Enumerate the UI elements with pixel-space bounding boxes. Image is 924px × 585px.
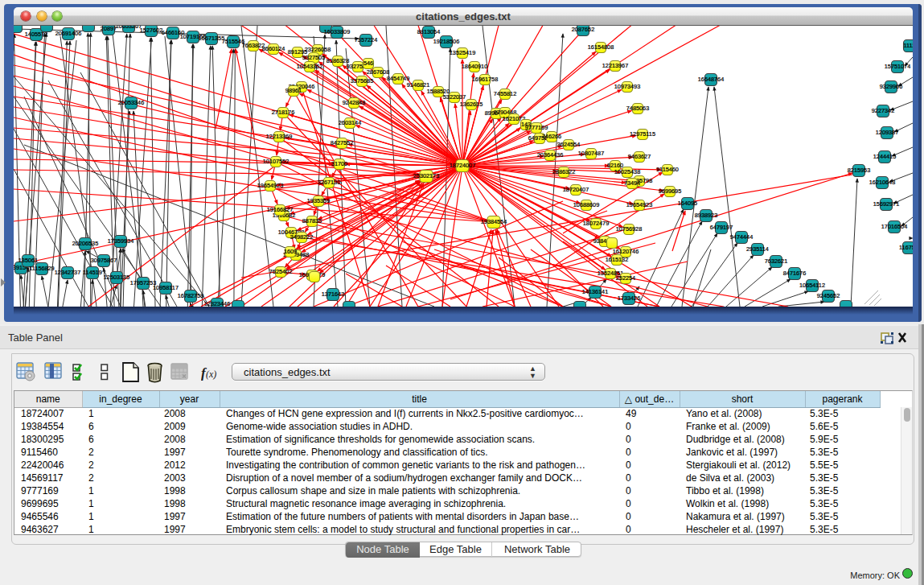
svg-text:3267130: 3267130 <box>318 179 340 186</box>
svg-text:10958117: 10958117 <box>153 284 179 291</box>
svg-text:20691406: 20691406 <box>55 30 81 37</box>
svg-text:3375685: 3375685 <box>351 77 373 84</box>
svg-text:11156829: 11156829 <box>29 265 54 272</box>
svg-text:2087652: 2087652 <box>572 26 594 33</box>
svg-text:20053346: 20053346 <box>118 99 144 106</box>
svg-text:2886322: 2886322 <box>552 168 575 175</box>
svg-text:2603144: 2603144 <box>339 119 361 126</box>
svg-text:23226058: 23226058 <box>305 46 331 53</box>
svg-text:3624554: 3624554 <box>557 141 580 148</box>
svg-text:15692971: 15692971 <box>873 200 899 208</box>
svg-text:10543362: 10543362 <box>297 63 322 70</box>
svg-text:10107552: 10107552 <box>263 158 289 165</box>
svg-text:15751074: 15751074 <box>885 63 910 70</box>
svg-text:25302173: 25302173 <box>413 172 439 179</box>
svg-text:16154808: 16154808 <box>588 43 614 51</box>
svg-text:12213369: 12213369 <box>266 133 292 140</box>
svg-text:1609: 1609 <box>284 248 297 255</box>
svg-text:12213967: 12213967 <box>602 62 628 69</box>
svg-text:14136141: 14136141 <box>582 288 608 295</box>
svg-text:10653267: 10653267 <box>116 26 142 30</box>
svg-text:5322037: 5322037 <box>443 93 466 101</box>
svg-text:19654923: 19654923 <box>626 201 652 208</box>
svg-text:18072479: 18072479 <box>583 220 609 227</box>
svg-text:16671355: 16671355 <box>199 35 224 42</box>
svg-text:10807487: 10807487 <box>578 150 604 157</box>
svg-text:19166827: 19166827 <box>267 206 293 213</box>
svg-text:9115460: 9115460 <box>656 166 679 173</box>
svg-text:10025438: 10025438 <box>614 168 640 175</box>
svg-text:1362615: 1362615 <box>460 101 483 108</box>
svg-text:1527602: 1527602 <box>140 27 162 34</box>
svg-text:98961: 98961 <box>285 87 302 94</box>
svg-text:19384554: 19384554 <box>481 218 507 225</box>
svg-text:9245652: 9245652 <box>817 292 840 299</box>
svg-text:546: 546 <box>363 60 373 67</box>
svg-text:19654923: 19654923 <box>257 182 283 189</box>
svg-text:(x): (x) <box>206 369 216 380</box>
svg-text:9463627: 9463627 <box>628 153 651 160</box>
svg-text:9242848: 9242848 <box>343 99 365 106</box>
svg-text:17016504: 17016504 <box>881 223 907 230</box>
svg-text:17359934: 17359934 <box>108 237 133 245</box>
svg-text:887835: 887835 <box>302 217 322 225</box>
svg-text:18720407: 18720407 <box>563 186 589 193</box>
svg-text:10688609: 10688609 <box>573 201 599 208</box>
svg-text:16210643: 16210643 <box>869 179 895 186</box>
svg-text:8938923: 8938923 <box>695 212 717 219</box>
svg-text:7632621: 7632621 <box>765 257 787 265</box>
svg-text:12975115: 12975115 <box>630 130 655 138</box>
svg-text:1244415: 1244415 <box>873 153 896 160</box>
svg-text:116753: 116753 <box>899 244 913 251</box>
svg-text:9329966: 9329966 <box>880 83 902 90</box>
svg-text:30975867: 30975867 <box>91 257 117 264</box>
svg-text:746266: 746266 <box>542 133 561 140</box>
svg-text:12323446: 12323446 <box>204 300 230 307</box>
svg-text:16120746: 16120746 <box>613 248 639 255</box>
svg-text:135061: 135061 <box>18 257 38 264</box>
svg-text:9777169: 9777169 <box>525 124 548 131</box>
svg-text:114519: 114519 <box>83 269 102 276</box>
svg-text:8813054: 8813054 <box>417 28 440 35</box>
svg-text:10973493: 10973493 <box>614 83 640 90</box>
svg-text:164095: 164095 <box>678 200 697 207</box>
svg-text:9327505: 9327505 <box>302 54 325 61</box>
svg-text:8215953: 8215953 <box>848 167 870 174</box>
svg-text:2935114: 2935114 <box>746 245 769 253</box>
svg-text:9699695: 9699695 <box>659 187 681 195</box>
svg-text:1615132: 1615132 <box>606 256 628 263</box>
svg-text:20206535: 20206535 <box>72 240 98 247</box>
svg-text:31700: 31700 <box>331 160 347 167</box>
svg-text:16648764: 16648764 <box>698 76 724 83</box>
svg-text:13525419: 13525419 <box>450 49 475 56</box>
svg-text:9474444: 9474444 <box>730 233 753 241</box>
svg-text:20897: 20897 <box>101 26 117 32</box>
svg-text:1112: 1112 <box>903 42 913 49</box>
svg-text:7625402: 7625402 <box>269 268 292 275</box>
svg-text:7455812: 7455812 <box>494 90 516 97</box>
svg-text:19218506: 19218506 <box>433 38 459 45</box>
svg-text:1371643: 1371643 <box>322 290 344 298</box>
svg-text:18724007: 18724007 <box>450 162 475 169</box>
svg-text:1733426: 1733426 <box>618 295 640 302</box>
svg-text:16961758: 16961758 <box>472 76 498 83</box>
svg-text:16033809: 16033809 <box>324 28 350 35</box>
svg-text:7357224: 7357224 <box>355 36 377 43</box>
svg-text:1209387: 1209387 <box>876 129 898 136</box>
svg-text:8427552: 8427552 <box>331 139 353 146</box>
svg-text:6479197: 6479197 <box>710 224 733 231</box>
svg-text:252254: 252254 <box>616 274 635 282</box>
svg-text:12503135: 12503135 <box>104 274 129 281</box>
svg-text:20364436: 20364436 <box>537 151 563 159</box>
svg-text:7485063: 7485063 <box>626 105 649 112</box>
svg-text:8471676: 8471676 <box>783 270 806 277</box>
svg-text:16782759: 16782759 <box>178 292 203 299</box>
svg-text:12342737: 12342737 <box>55 269 80 276</box>
svg-text:3498222: 3498222 <box>290 233 313 241</box>
svg-text:1935359: 1935359 <box>307 197 330 204</box>
svg-text:10654112: 10654112 <box>799 282 825 289</box>
svg-text:9227342: 9227342 <box>872 107 894 114</box>
svg-text:73494: 73494 <box>624 179 640 187</box>
svg-text:18640910: 18640910 <box>462 63 487 70</box>
svg-text:2718176: 2718176 <box>272 109 294 116</box>
